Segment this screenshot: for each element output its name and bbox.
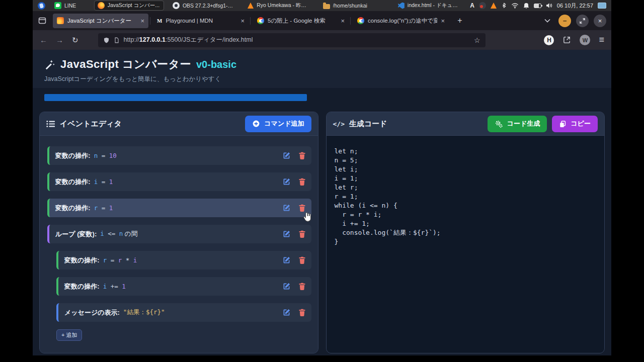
battery-icon (534, 4, 541, 8)
wifi-icon[interactable] (511, 3, 519, 9)
page-info-icon[interactable] (114, 37, 120, 44)
event-item-expression: i <= n の間 (100, 230, 137, 238)
firefox-view-icon[interactable] (36, 14, 49, 27)
google-favicon-icon (257, 17, 264, 24)
vscode-icon (398, 3, 405, 9)
taskbar-window[interactable]: index.html - ドキュメ... (395, 1, 464, 10)
mouse-cursor (302, 211, 313, 223)
restore-button[interactable] (576, 15, 589, 27)
code-line: while (i <= n) { (335, 201, 597, 210)
browser-tab[interactable]: MPlayground | MDN× (153, 14, 249, 28)
tab-close-icon[interactable]: × (240, 17, 245, 25)
code-icon: </> (333, 120, 345, 128)
url-bar[interactable]: http://127.0.0.1:5500/JSエディター/index.html… (98, 33, 486, 47)
taskbar-window-title: LINE (64, 3, 76, 9)
event-item[interactable]: 変数の操作:i += 1 (56, 277, 311, 296)
page-title: JavaScript コンバーター (60, 57, 191, 72)
taskbar-window-title: OBS 27.2.3+dfsg1-1 ... (183, 3, 235, 9)
hamburger-menu-icon[interactable]: ≡ (599, 35, 604, 45)
taskbar-window-title: Ryo Umekawa - 昨今... (257, 2, 310, 9)
code-line: i = 1; (335, 174, 597, 183)
browser-toolbar: ← → ↻ http://127.0.0.1:5500/JSエディター/inde… (33, 30, 611, 50)
trash-icon[interactable] (298, 230, 306, 238)
event-item[interactable]: 変数の操作:r = r * i (56, 251, 311, 269)
wand-favicon-icon (57, 17, 64, 24)
profile-avatar[interactable]: W (580, 35, 590, 45)
tab-close-icon[interactable]: × (140, 17, 144, 25)
edit-icon[interactable] (282, 151, 291, 160)
add-command-button[interactable]: コマンド追加 (245, 116, 311, 132)
taskbar-window[interactable]: JavaScript コンバー... (95, 1, 164, 10)
url-text: http://127.0.0.1:5500/JSエディター/index.html (124, 36, 253, 44)
close-button[interactable]: × (594, 15, 606, 27)
system-tray: A 06 (470, 2, 606, 10)
taskbar-window[interactable]: OBS 27.2.3+dfsg1-1 ... (170, 1, 238, 10)
shield-icon[interactable] (103, 37, 110, 44)
back-icon[interactable]: ← (40, 36, 47, 44)
taskbar-window[interactable]: /home/shunkai (320, 1, 389, 10)
vlc-tray-icon[interactable] (491, 3, 497, 9)
tab-close-icon[interactable]: × (441, 17, 445, 25)
volume-icon[interactable] (546, 3, 552, 9)
vlc-icon (248, 3, 254, 9)
forward-icon[interactable]: → (56, 36, 63, 44)
add-nested-button[interactable]: + 追加 (56, 329, 82, 341)
event-item[interactable]: メッセージの表示:"結果：${r}" (56, 303, 311, 322)
site-header: JavaScript コンバーター v0-basic JavaScriptコーデ… (33, 50, 611, 88)
edit-icon[interactable] (282, 204, 291, 212)
event-item-label: 変数の操作: (64, 256, 100, 265)
extension-h-icon[interactable]: H (544, 35, 554, 45)
trash-icon[interactable] (298, 308, 306, 317)
event-item-label: ループ (変数): (55, 230, 97, 239)
tray-app-a-icon[interactable]: A (470, 2, 474, 9)
event-item[interactable]: 変数の操作:r = 1 (47, 199, 311, 217)
app-menu-icon[interactable] (38, 2, 45, 10)
trash-icon[interactable] (298, 282, 306, 291)
list-tabs-chevron-icon[interactable] (544, 19, 550, 23)
browser-tab[interactable]: JavaScript コンバーター× (53, 14, 148, 28)
progress-bar (44, 94, 307, 101)
taskbar-window[interactable]: Ryo Umekawa - 昨今... (245, 1, 313, 10)
bookmark-star-icon[interactable]: ☆ (474, 36, 480, 44)
google-favicon-icon (357, 17, 364, 24)
generate-code-button[interactable]: コード生成 (488, 116, 547, 132)
copy-button[interactable]: コピー (552, 116, 598, 132)
code-line: i += 1; (335, 219, 597, 228)
edit-icon[interactable] (282, 177, 291, 186)
code-line: let i; (335, 165, 597, 174)
event-item-expression: r = r * i (103, 256, 137, 264)
page-body: イベントエディタ コマンド追加 変数の操作:n = 1 (33, 88, 611, 355)
tab-close-icon[interactable]: × (341, 17, 345, 25)
new-tab-button[interactable]: + (453, 14, 466, 27)
minimize-button[interactable]: − (558, 15, 571, 27)
os-taskbar: LINEJavaScript コンバー...OBS 27.2.3+dfsg1-1… (33, 0, 611, 11)
trash-icon[interactable] (298, 177, 306, 186)
browser-tab[interactable]: 5の階上 - Google 検索× (253, 14, 349, 28)
code-line: let n; (335, 147, 597, 156)
event-item[interactable]: 変数の操作:n = 10 (47, 146, 311, 165)
taskbar-window[interactable]: LINE (51, 1, 89, 10)
code-output[interactable]: let n;n = 5;let i;i = 1;let r;r = 1;whil… (327, 136, 605, 353)
extension-icon[interactable] (562, 36, 571, 44)
edit-icon[interactable] (282, 230, 291, 238)
event-item[interactable]: ループ (変数):i <= n の間 (47, 225, 311, 243)
notification-bell-icon[interactable] (523, 3, 529, 9)
event-item-label: 変数の操作: (64, 282, 100, 291)
taskbar-window-title: index.html - ドキュメ... (408, 2, 461, 9)
reload-icon[interactable]: ↻ (72, 36, 78, 45)
trash-icon[interactable] (298, 256, 306, 264)
event-item[interactable]: 変数の操作:i = 1 (47, 172, 311, 191)
desktop: LINEJavaScript コンバー...OBS 27.2.3+dfsg1-1… (33, 0, 611, 355)
generated-code-header: </> 生成コード コード生成 (327, 112, 605, 136)
obs-tray-icon[interactable] (479, 2, 486, 9)
browser-tab[interactable]: console.log("n");の途中で変数× (353, 14, 449, 28)
edit-icon[interactable] (282, 308, 291, 317)
event-item-expression: i = 1 (94, 178, 113, 186)
bluetooth-icon[interactable] (501, 2, 507, 9)
page-subtitle: JavaScriptコーディングをもっと簡単に、もっとわかりやすく (44, 75, 611, 83)
show-desktop-icon[interactable] (598, 3, 606, 9)
edit-icon[interactable] (282, 282, 291, 291)
code-line: r = r * i; (335, 210, 597, 219)
edit-icon[interactable] (282, 256, 291, 264)
trash-icon[interactable] (298, 151, 306, 160)
